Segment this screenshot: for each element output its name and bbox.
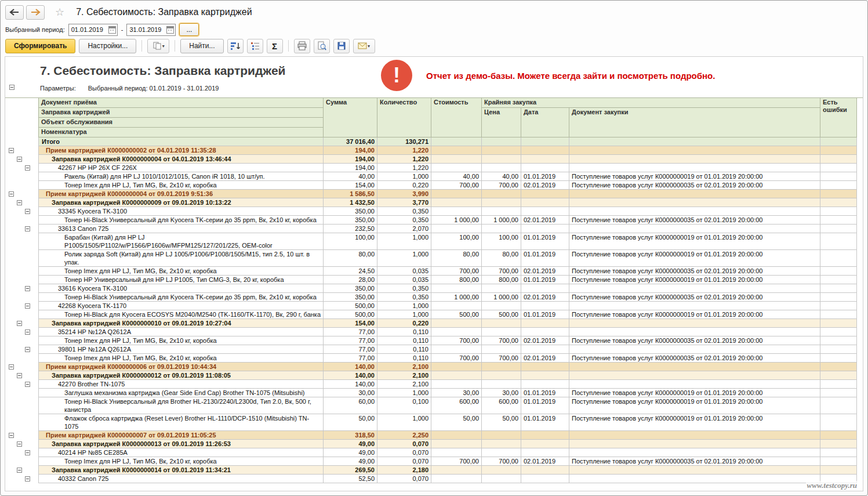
cell-cost bbox=[431, 164, 482, 172]
cell-qty: 2,250 bbox=[377, 431, 431, 440]
table-row: Тонер Imex для HP LJ, Тип MG, Вк, 2x10 к… bbox=[5, 457, 863, 466]
collapse-toggle[interactable] bbox=[25, 476, 30, 481]
cell-name: Заглушка механизма картриджа (Gear Side … bbox=[38, 389, 324, 397]
params-value: Выбранный период: 01.01.2019 - 31.01.201… bbox=[88, 85, 219, 92]
cell-date: 02.01.2019 bbox=[521, 267, 569, 276]
cell-date: 02.01.2019 bbox=[521, 354, 569, 363]
grouping-structure-button[interactable] bbox=[247, 39, 263, 53]
generate-button[interactable]: Сформировать bbox=[5, 39, 75, 53]
cell-cost bbox=[431, 440, 482, 448]
cell-name: 42267 HP HP 26X CF 226X bbox=[38, 164, 324, 172]
cell-err bbox=[820, 190, 857, 198]
cell-date: 01.01.2019 bbox=[521, 250, 569, 267]
collapse-toggle[interactable] bbox=[17, 468, 22, 473]
cell-doc: Поступление товаров услуг К0000000035 от… bbox=[569, 216, 820, 225]
cell-qty: 0,110 bbox=[377, 328, 431, 336]
cell-doc: Поступление товаров услуг К0000000019 от… bbox=[569, 310, 820, 319]
collapse-toggle[interactable] bbox=[17, 157, 22, 162]
table-row: 42267 HP HP 26X CF 226X194,001,220 bbox=[5, 164, 863, 172]
cell-err bbox=[820, 172, 857, 181]
collapse-toggle[interactable] bbox=[9, 191, 14, 197]
cell-name: Тонер Imex для HP LJ, Тип MG, Вк, 2x10 к… bbox=[38, 354, 324, 363]
cell-sum: 77,00 bbox=[324, 354, 377, 363]
cell-qty: 130,271 bbox=[377, 137, 431, 146]
cell-doc bbox=[569, 284, 820, 293]
cell-name: Заправка картриджей К0000000014 от 09.01… bbox=[38, 466, 324, 475]
tree-gutter bbox=[5, 207, 38, 216]
collapse-toggle[interactable] bbox=[25, 209, 30, 214]
cell-sum: 350,00 bbox=[324, 284, 377, 293]
cell-price: 500,00 bbox=[482, 310, 521, 319]
cell-price bbox=[482, 198, 521, 207]
collapse-toggle[interactable] bbox=[17, 373, 22, 378]
cell-name: Ролик заряда Soft (Китай) для HP LJ 1005… bbox=[38, 250, 324, 267]
sum-button[interactable]: Σ bbox=[267, 39, 283, 53]
cell-price: 800,00 bbox=[482, 276, 521, 284]
cell-err bbox=[820, 431, 857, 440]
cell-cost bbox=[431, 319, 482, 328]
collapse-toggle[interactable] bbox=[25, 330, 30, 335]
collapse-toggle[interactable] bbox=[9, 148, 14, 153]
calendar-icon[interactable] bbox=[108, 26, 116, 34]
report-variants-button[interactable]: ▾ bbox=[147, 39, 169, 53]
cell-price: 700,00 bbox=[482, 181, 521, 190]
cell-name: Ракель (Китай) для HP LJ 1010/1012/1015,… bbox=[38, 172, 324, 181]
collapse-toggle[interactable] bbox=[9, 364, 14, 370]
toolbar-separator bbox=[175, 40, 175, 52]
cell-name: Тонер Hi-Black Универсальный для Kyocera… bbox=[38, 293, 324, 302]
tree-gutter bbox=[5, 310, 38, 319]
settings-button[interactable]: Настройки... bbox=[79, 39, 136, 53]
print-button[interactable] bbox=[294, 39, 310, 53]
cell-sum: 232,50 bbox=[324, 225, 377, 233]
calendar-icon[interactable] bbox=[166, 26, 174, 34]
print-preview-button[interactable] bbox=[314, 39, 330, 53]
cell-date bbox=[521, 328, 569, 336]
cell-cost bbox=[431, 448, 482, 457]
send-email-button[interactable]: ▾ bbox=[353, 39, 375, 53]
cell-price bbox=[482, 302, 521, 310]
favorite-star-icon[interactable]: ☆ bbox=[55, 6, 64, 19]
collapse-toggle[interactable] bbox=[25, 347, 30, 352]
cell-name: Заправка картриджей К0000000004 от 04.01… bbox=[38, 155, 324, 164]
collapse-toggle[interactable] bbox=[25, 226, 30, 231]
collapse-toggle[interactable] bbox=[25, 450, 30, 455]
forward-button[interactable] bbox=[26, 5, 45, 20]
cell-doc bbox=[569, 380, 820, 389]
period-more-button[interactable]: ... bbox=[179, 23, 199, 36]
collapse-toggle[interactable] bbox=[25, 303, 30, 309]
collapse-toggle[interactable] bbox=[25, 286, 30, 291]
collapse-toggle[interactable] bbox=[17, 200, 22, 205]
collapse-toggle[interactable] bbox=[17, 441, 22, 447]
cell-date bbox=[521, 431, 569, 440]
save-button[interactable] bbox=[333, 39, 350, 53]
collapse-toggle[interactable] bbox=[25, 165, 30, 171]
back-button[interactable] bbox=[5, 5, 24, 20]
cell-qty: 3,990 bbox=[377, 190, 431, 198]
cell-qty: 1,000 bbox=[377, 172, 431, 181]
table-row: Тонер HP Универсальный для HP LJ P1005, … bbox=[5, 276, 863, 284]
cell-price bbox=[482, 328, 521, 336]
collapse-toggle[interactable] bbox=[17, 321, 22, 326]
table-row: Прием картриджей К0000000002 от 04.01.20… bbox=[5, 146, 863, 155]
cell-sum: 350,00 bbox=[324, 293, 377, 302]
cell-sum: 194,00 bbox=[324, 155, 377, 164]
cell-price: 700,00 bbox=[482, 267, 521, 276]
cell-sum: 49,00 bbox=[324, 448, 377, 457]
sort-descending-button[interactable] bbox=[227, 39, 244, 53]
cell-date: 01.01.2019 bbox=[521, 276, 569, 284]
cell-name: Тонер Hi-Black Универсальный для Brother… bbox=[38, 397, 324, 414]
report-window: ☆ 7. Себестоимость: Заправка картриджей … bbox=[0, 0, 868, 496]
cell-err bbox=[820, 310, 857, 319]
tree-gutter bbox=[5, 267, 38, 276]
collapse-toggle[interactable] bbox=[25, 382, 30, 387]
collapse-toggle[interactable] bbox=[9, 433, 14, 438]
cell-cost: 100,00 bbox=[431, 233, 482, 250]
cell-doc bbox=[569, 440, 820, 448]
collapse-toggle[interactable] bbox=[9, 85, 14, 90]
cell-qty: 1,000 bbox=[377, 233, 431, 250]
date-from-input[interactable] bbox=[71, 26, 107, 33]
cell-doc: Поступление товаров услуг К0000000035 от… bbox=[569, 354, 820, 363]
find-button[interactable]: Найти... bbox=[180, 39, 223, 53]
date-to-input[interactable] bbox=[129, 26, 165, 33]
cell-name: 40332 Canon 725 bbox=[38, 475, 324, 483]
